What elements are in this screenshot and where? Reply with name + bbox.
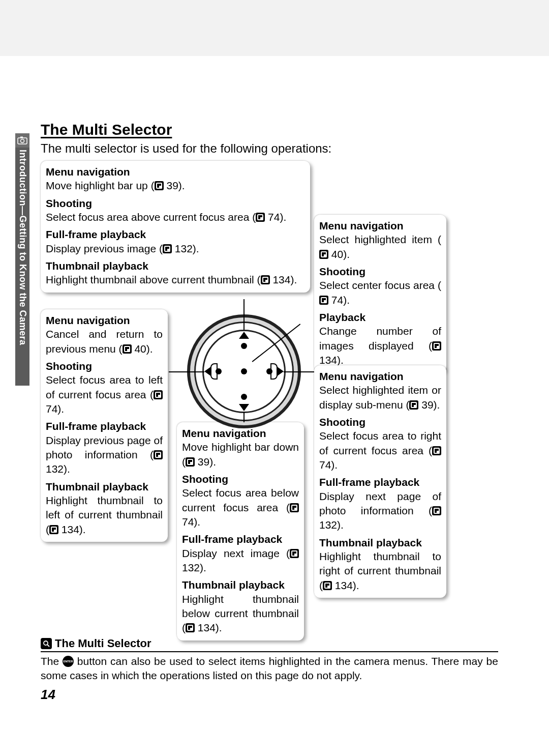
desc: Display previous image ( 132). <box>46 242 305 256</box>
page-ref-icon <box>163 244 172 253</box>
side-tab-text: Introduction—Getting to Know the Camera <box>17 150 28 345</box>
desc: Select focus area to right of current fo… <box>319 429 441 472</box>
page-ref-icon <box>432 446 441 455</box>
desc: Cancel and return to previous menu ( 40)… <box>46 327 163 356</box>
label: Thumbnail playback <box>319 536 441 549</box>
label: Shooting <box>46 359 163 373</box>
label: Full-frame playback <box>46 419 163 433</box>
page-ref-icon <box>256 213 265 222</box>
note-body: The button can also be used to select it… <box>41 654 498 683</box>
label: Playback <box>319 310 441 324</box>
page-ref-icon <box>290 549 299 558</box>
intro-text: The multi selector is used for the follo… <box>41 141 508 156</box>
page-ref-icon <box>186 623 195 632</box>
page-ref-icon <box>432 341 441 351</box>
callout-center: Menu navigation Select highlighted item … <box>314 215 446 372</box>
page: Introduction—Getting to Know the Camera … <box>0 56 549 756</box>
desc: Select focus area to left of current foc… <box>46 373 163 416</box>
leader-left <box>169 371 204 372</box>
page-ref-icon <box>154 450 163 459</box>
desc: Select focus area below current focus ar… <box>182 486 299 529</box>
leader-down <box>243 412 245 422</box>
arrow-left-icon <box>204 366 211 376</box>
label: Menu navigation <box>319 219 441 232</box>
svg-line-4 <box>47 645 49 647</box>
label: Menu navigation <box>46 165 305 179</box>
camera-icon <box>15 133 29 148</box>
desc: Select focus area above current focus ar… <box>46 210 305 224</box>
callout-down: Menu navigation Move highlight bar down … <box>177 422 304 641</box>
label: Thumbnail playback <box>46 259 305 273</box>
desc: Highlight thumbnail below current thumbn… <box>182 592 299 635</box>
arrow-up-icon <box>239 332 249 339</box>
page-ref-icon <box>261 275 270 284</box>
svg-point-3 <box>44 641 48 645</box>
leader-up <box>243 299 245 330</box>
label: Menu navigation <box>319 369 441 383</box>
label: Thumbnail playback <box>46 480 163 493</box>
arrow-down-icon <box>239 404 249 411</box>
page-number: 14 <box>41 687 55 703</box>
page-title: The Multi Selector <box>41 121 508 138</box>
dot-up <box>241 343 247 349</box>
label: Thumbnail playback <box>182 578 299 592</box>
label: Menu navigation <box>182 426 299 440</box>
dot-center <box>241 368 247 374</box>
page-ref-icon <box>319 250 328 259</box>
dot-down <box>241 394 247 400</box>
page-ref-icon <box>323 581 332 590</box>
svg-point-1 <box>21 139 24 143</box>
desc: Move highlight bar up ( 39). <box>46 179 305 193</box>
desc: Select highlighted item or display sub-m… <box>319 383 441 412</box>
side-tab: Introduction—Getting to Know the Camera <box>15 133 29 386</box>
page-ref-icon <box>155 181 164 190</box>
label: Shooting <box>319 415 441 429</box>
label: Full-frame playback <box>182 532 299 546</box>
desc: Display previous page of photo informati… <box>46 433 163 477</box>
desc: Highlight thumbnail to left of current t… <box>46 493 163 537</box>
note-section: The Multi Selector The button can also b… <box>41 637 498 683</box>
desc: Select center focus area ( 74). <box>319 278 441 307</box>
magnifier-icon <box>41 638 52 649</box>
label: Full-frame playback <box>319 475 441 489</box>
callout-up: Menu navigation Move highlight bar up ( … <box>41 161 310 293</box>
desc: Move highlight bar down ( 39). <box>182 440 299 469</box>
label: Full-frame playback <box>46 227 305 241</box>
callout-right: Menu navigation Select highlighted item … <box>314 365 446 598</box>
label: Shooting <box>46 196 305 210</box>
dot-left <box>216 368 222 374</box>
page-background: Introduction—Getting to Know the Camera … <box>0 0 549 756</box>
page-ref-icon <box>432 506 441 515</box>
page-ref-icon <box>409 400 418 410</box>
label: Shooting <box>182 472 299 486</box>
desc: Select highlighted item ( 40). <box>319 232 441 261</box>
page-ref-icon <box>290 503 299 512</box>
label: Shooting <box>319 265 441 278</box>
page-ref-icon <box>154 390 163 399</box>
content-heading-area: The Multi Selector The multi selector is… <box>41 121 508 160</box>
desc: Change number of images displayed ( 134)… <box>319 324 441 367</box>
desc: Display next image ( 132). <box>182 546 299 575</box>
leader-right-h <box>284 371 314 372</box>
desc: Highlight thumbnail to right of current … <box>319 549 441 593</box>
callout-left: Menu navigation Cancel and return to pre… <box>41 309 168 542</box>
page-ref-icon <box>319 296 328 305</box>
label: Menu navigation <box>46 313 163 327</box>
svg-rect-2 <box>20 137 23 138</box>
note-title: The Multi Selector <box>55 637 151 650</box>
arrow-right-icon <box>277 366 284 376</box>
page-ref-icon <box>49 525 58 534</box>
dot-right <box>266 368 272 374</box>
side-tab-label: Introduction—Getting to Know the Camera <box>15 150 29 384</box>
page-ref-icon <box>123 344 132 354</box>
desc: Display next page of photo information (… <box>319 489 441 533</box>
page-ref-icon <box>186 457 195 467</box>
enter-button-icon <box>63 656 74 667</box>
desc: Highlight thumbnail above current thumbn… <box>46 273 305 287</box>
